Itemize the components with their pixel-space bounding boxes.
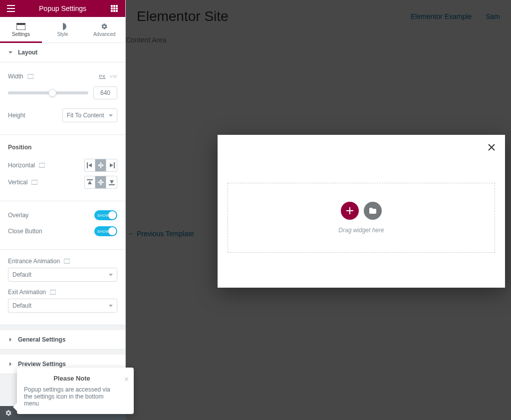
- svg-rect-17: [100, 162, 101, 168]
- responsive-icon[interactable]: [64, 259, 70, 264]
- section-layout-body: Width PX VW Height Fit To Content: [0, 62, 125, 135]
- svg-rect-5: [116, 5, 118, 7]
- section-position: Position Horizontal Vertical: [0, 135, 125, 201]
- template-library-button[interactable]: [364, 202, 382, 220]
- section-animations: Entrance Animation Default Exit Animatio…: [0, 250, 125, 325]
- tab-label: Advanced: [93, 31, 115, 37]
- entrance-animation-label: Entrance Animation: [8, 258, 117, 265]
- hamburger-icon[interactable]: [4, 1, 18, 15]
- panel-title: Popup Settings: [18, 4, 107, 12]
- overlay-toggle[interactable]: SHOW: [94, 210, 117, 220]
- svg-rect-22: [109, 184, 115, 185]
- vertical-label: Vertical: [8, 179, 37, 186]
- svg-rect-2: [7, 11, 15, 12]
- svg-rect-21: [98, 182, 104, 183]
- settings-panel: Popup Settings Settings Style Advanced L…: [0, 0, 126, 420]
- close-icon: [488, 144, 495, 151]
- tab-style[interactable]: Style: [42, 17, 84, 42]
- note-title: Please Note: [24, 375, 120, 382]
- svg-rect-14: [27, 74, 33, 79]
- overlay-label: Overlay: [8, 212, 28, 219]
- please-note-tooltip: × Please Note Popup settings are accesse…: [17, 368, 134, 414]
- responsive-icon[interactable]: [31, 180, 37, 185]
- panel-header: Popup Settings: [0, 0, 125, 17]
- svg-rect-3: [111, 5, 113, 7]
- svg-rect-0: [7, 5, 15, 6]
- section-title: Preview Settings: [18, 361, 66, 368]
- width-slider[interactable]: [8, 91, 88, 94]
- svg-rect-4: [113, 5, 115, 7]
- editor-canvas: Elementor Site Elementor Example Sam Con…: [126, 0, 511, 420]
- add-widget-button[interactable]: [341, 202, 359, 220]
- popup-preview: Drag widget here: [218, 135, 505, 288]
- close-button-label: Close Button: [8, 228, 42, 235]
- panel-tabs: Settings Style Advanced: [0, 17, 125, 43]
- svg-rect-20: [87, 179, 93, 180]
- section-title: General Settings: [18, 336, 65, 343]
- popup-drop-area[interactable]: Drag widget here: [228, 183, 495, 253]
- section-layout-header[interactable]: Layout: [0, 43, 125, 62]
- tab-settings[interactable]: Settings: [0, 17, 42, 42]
- svg-rect-19: [31, 180, 37, 185]
- svg-rect-11: [116, 10, 118, 12]
- tab-label: Style: [57, 31, 68, 37]
- align-center-button[interactable]: [95, 159, 106, 172]
- svg-rect-16: [87, 162, 88, 168]
- entrance-animation-select[interactable]: Default: [8, 268, 117, 282]
- align-bottom-button[interactable]: [106, 176, 117, 189]
- svg-rect-26: [346, 210, 353, 211]
- svg-rect-9: [111, 10, 113, 12]
- chevron-down-icon: [109, 305, 113, 307]
- responsive-icon[interactable]: [27, 74, 33, 79]
- popup-close-button[interactable]: [488, 144, 495, 153]
- svg-rect-7: [113, 7, 115, 9]
- height-select[interactable]: Fit To Content: [62, 108, 117, 122]
- responsive-icon[interactable]: [50, 290, 56, 295]
- tab-label: Settings: [12, 31, 30, 37]
- exit-animation-label: Exit Animation: [8, 289, 117, 296]
- drop-text: Drag widget here: [338, 227, 384, 234]
- width-label: Width: [8, 73, 33, 80]
- vertical-align-group: [84, 176, 117, 189]
- width-units[interactable]: PX VW: [99, 74, 117, 79]
- align-left-button[interactable]: [84, 159, 95, 172]
- panel-scroll: Layout Width PX VW: [0, 43, 125, 420]
- chevron-down-icon: [109, 274, 113, 276]
- tab-advanced[interactable]: Advanced: [83, 17, 125, 42]
- close-button-toggle[interactable]: SHOW: [94, 226, 117, 236]
- note-close-button[interactable]: ×: [124, 376, 129, 384]
- chevron-down-icon: [109, 114, 113, 117]
- horizontal-label: Horizontal: [8, 162, 45, 169]
- svg-rect-23: [64, 259, 70, 264]
- align-right-button[interactable]: [106, 159, 117, 172]
- svg-rect-10: [113, 10, 115, 12]
- horizontal-align-group: [84, 159, 117, 172]
- responsive-icon[interactable]: [39, 163, 45, 168]
- svg-rect-24: [50, 290, 56, 295]
- exit-animation-select[interactable]: Default: [8, 299, 117, 313]
- section-general-header[interactable]: General Settings: [0, 330, 125, 350]
- svg-rect-18: [114, 162, 115, 168]
- gear-icon[interactable]: [3, 408, 14, 419]
- svg-rect-8: [116, 7, 118, 9]
- svg-rect-6: [111, 7, 113, 9]
- section-toggles: Overlay SHOW Close Button SHOW: [0, 201, 125, 250]
- svg-rect-15: [39, 163, 45, 168]
- align-middle-button[interactable]: [95, 176, 106, 189]
- svg-rect-13: [16, 23, 25, 25]
- height-label: Height: [8, 112, 25, 119]
- section-title: Layout: [18, 49, 37, 56]
- folder-icon: [369, 208, 376, 214]
- plus-icon: [346, 207, 353, 214]
- widgets-grid-icon[interactable]: [107, 1, 121, 15]
- note-body: Popup settings are accessed via the sett…: [24, 386, 120, 407]
- slider-thumb[interactable]: [48, 89, 56, 97]
- width-input[interactable]: [93, 86, 117, 99]
- svg-rect-1: [7, 8, 15, 9]
- position-title: Position: [8, 141, 117, 155]
- align-top-button[interactable]: [84, 176, 95, 189]
